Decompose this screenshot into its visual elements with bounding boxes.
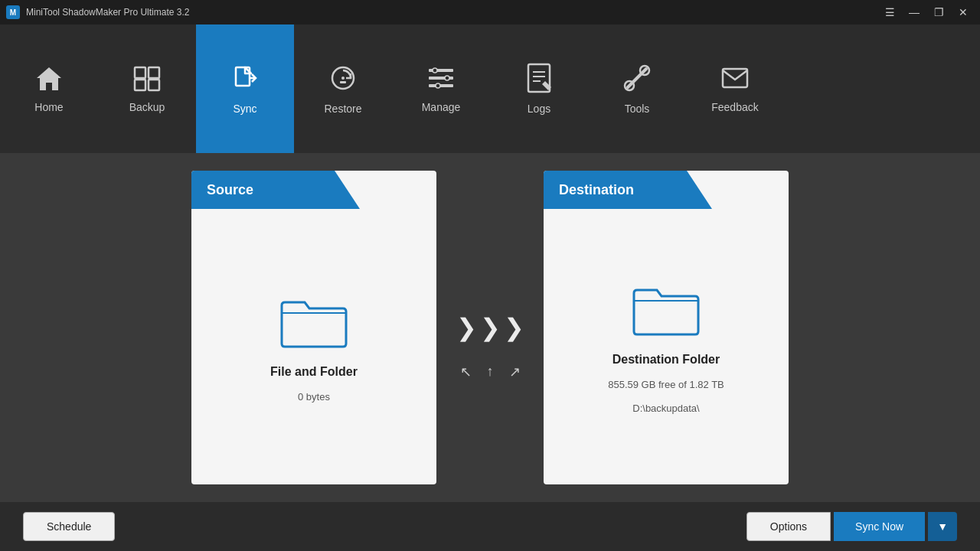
arrow-chevron-3: ❯ [504, 313, 524, 342]
svg-line-18 [628, 69, 646, 87]
sync-now-dropdown-button[interactable]: ▼ [928, 512, 957, 541]
svg-rect-0 [135, 67, 145, 78]
schedule-button[interactable]: Schedule [23, 512, 115, 541]
cursor-icon-2: ↑ [487, 364, 494, 380]
nav-backup-label: Backup [129, 101, 165, 113]
nav-restore-label: Restore [324, 103, 361, 115]
feedback-icon [720, 64, 750, 96]
arrows-row: ❯ ❯ ❯ [456, 313, 524, 342]
svg-point-6 [341, 77, 345, 80]
app-title: MiniTool ShadowMaker Pro Ultimate 3.2 [26, 7, 189, 18]
logs-icon [525, 63, 553, 98]
nav-manage[interactable]: Manage [392, 24, 490, 153]
svg-point-13 [436, 83, 440, 88]
nav-logs-label: Logs [528, 103, 550, 115]
destination-header: Destination [544, 171, 712, 209]
nav-sync-label: Sync [233, 103, 256, 115]
source-card[interactable]: Source File and Folder 0 bytes [191, 171, 436, 484]
backup-icon [132, 64, 162, 96]
close-button[interactable]: ✕ [952, 5, 974, 20]
source-header: Source [191, 171, 360, 209]
tools-icon [622, 63, 652, 98]
nav-tools-label: Tools [625, 103, 650, 115]
sync-icon [230, 63, 260, 98]
cursor-icon-1: ↖ [460, 364, 472, 380]
svg-rect-21 [723, 69, 747, 87]
nav-feedback[interactable]: Feedback [686, 24, 784, 153]
nav-logs[interactable]: Logs [490, 24, 588, 153]
manage-icon [426, 64, 456, 96]
destination-card-freespace: 855.59 GB free of 1.82 TB [608, 379, 724, 390]
cursor-area: ↖ ↑ ↗ [460, 364, 521, 380]
arrow-chevron-2: ❯ [480, 313, 501, 342]
main-content: Source File and Folder 0 bytes ❯ ❯ ❯ ↖ ↑… [0, 153, 980, 502]
menu-button[interactable]: ☰ [879, 5, 900, 20]
nav-backup[interactable]: Backup [98, 24, 196, 153]
destination-card[interactable]: Destination Destination Folder 855.59 GB… [544, 171, 789, 484]
title-bar-controls: ☰ — ❐ ✕ [879, 5, 974, 20]
source-folder-icon [276, 292, 352, 353]
source-header-label: Source [207, 182, 253, 198]
nav-home[interactable]: Home [0, 24, 98, 153]
nav-home-label: Home [34, 101, 63, 113]
nav-bar: Home Backup Sync [0, 24, 980, 153]
arrows-container: ❯ ❯ ❯ ↖ ↑ ↗ [436, 190, 544, 504]
svg-rect-10 [429, 84, 453, 87]
nav-sync[interactable]: Sync [196, 24, 294, 153]
minimize-button[interactable]: — [903, 5, 925, 20]
svg-point-11 [433, 68, 437, 73]
destination-card-body: Destination Folder 855.59 GB free of 1.8… [593, 209, 740, 484]
destination-card-path: D:\backupdata\ [632, 403, 699, 414]
nav-manage-label: Manage [422, 101, 461, 113]
destination-folder-icon [628, 279, 704, 341]
restore-button[interactable]: ❐ [928, 5, 949, 20]
nav-feedback-label: Feedback [711, 101, 758, 113]
cursor-icon-3: ↗ [509, 364, 521, 380]
source-card-subtitle: 0 bytes [298, 391, 330, 403]
source-card-body: File and Folder 0 bytes [255, 209, 373, 484]
svg-rect-3 [149, 80, 159, 90]
nav-restore[interactable]: Restore [294, 24, 392, 153]
arrow-chevron-1: ❯ [456, 313, 477, 342]
svg-rect-7 [340, 81, 346, 83]
svg-rect-2 [135, 80, 145, 90]
footer: Schedule Options Sync Now ▼ [0, 502, 980, 551]
title-bar: M MiniTool ShadowMaker Pro Ultimate 3.2 … [0, 0, 980, 24]
source-card-title: File and Folder [270, 365, 358, 379]
title-bar-left: M MiniTool ShadowMaker Pro Ultimate 3.2 [6, 5, 189, 19]
options-button[interactable]: Options [746, 512, 831, 541]
nav-tools[interactable]: Tools [588, 24, 686, 153]
restore-icon [328, 63, 358, 98]
app-icon: M [6, 5, 20, 19]
footer-right: Options Sync Now ▼ [746, 512, 957, 541]
destination-card-title: Destination Folder [612, 353, 720, 367]
svg-rect-1 [149, 67, 159, 78]
sync-now-button[interactable]: Sync Now [834, 512, 925, 541]
destination-header-label: Destination [559, 182, 634, 198]
home-icon [34, 64, 64, 96]
svg-point-12 [445, 76, 449, 80]
